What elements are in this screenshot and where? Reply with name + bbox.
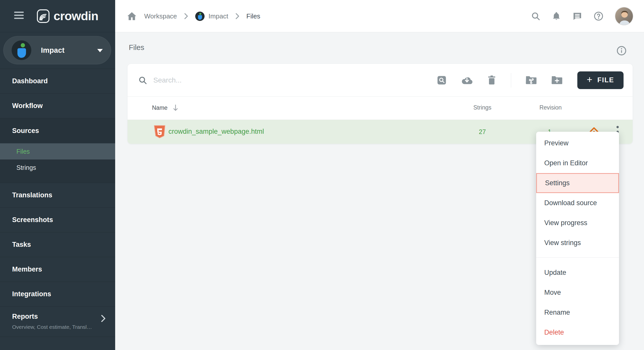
new-folder-icon[interactable] [552, 75, 563, 85]
page-head: Files [115, 32, 644, 64]
toolbar-actions: + FILE [437, 71, 624, 89]
notifications-bell-icon[interactable] [552, 11, 561, 21]
menu-divider [536, 257, 619, 258]
chevron-right-icon [184, 13, 188, 19]
file-strings-count: 27 [470, 128, 495, 136]
chevron-right-icon [235, 13, 239, 19]
chevron-right-icon [101, 314, 106, 324]
reports-label: Reports [12, 313, 103, 320]
page-title: Files [129, 43, 144, 52]
name-column-label: Name [152, 104, 167, 111]
column-header-revision[interactable]: Revision [535, 104, 566, 111]
home-icon[interactable] [127, 12, 137, 21]
search-icon [138, 76, 147, 85]
sidebar-item-reports[interactable]: Reports Overview, Cost estimate, Transl… [0, 306, 115, 337]
sidebar-item-files[interactable]: Files [0, 143, 115, 159]
project-name: Impact [41, 46, 64, 55]
sidebar-item-members[interactable]: Members [0, 257, 115, 282]
sidebar-item-dashboard[interactable]: Dashboard [0, 69, 115, 93]
search-box [138, 76, 437, 85]
chevron-down-icon [97, 49, 103, 52]
search-icon[interactable] [531, 11, 540, 21]
sidebar-nav: Dashboard Workflow Sources Files Strings… [0, 69, 115, 337]
sidebar-item-translations[interactable]: Translations [0, 183, 115, 207]
topbar-icons [531, 0, 633, 32]
breadcrumb-project[interactable]: Impact [209, 12, 228, 20]
files-toolbar: + FILE [128, 64, 633, 97]
menu-item-delete[interactable]: Delete [536, 322, 619, 342]
column-header-name[interactable]: Name [152, 104, 179, 111]
crowdin-logo-icon [37, 9, 49, 23]
breadcrumb-workspace[interactable]: Workspace [144, 12, 177, 20]
toolbar-divider [511, 73, 511, 88]
sort-descending-icon [172, 104, 179, 111]
breadcrumb-files: Files [246, 12, 260, 20]
delete-trash-icon[interactable] [487, 75, 496, 85]
reports-subtitle: Overview, Cost estimate, Transl… [12, 324, 103, 330]
sidebar-header: crowdin [0, 0, 115, 32]
sidebar-item-strings[interactable]: Strings [0, 159, 115, 176]
column-header-strings[interactable]: Strings [470, 104, 495, 111]
info-icon[interactable] [616, 45, 627, 56]
menu-item-open-in-editor[interactable]: Open in Editor [536, 153, 619, 173]
project-avatar [12, 40, 31, 60]
plus-icon: + [587, 74, 592, 85]
menu-item-move[interactable]: Move [536, 283, 619, 303]
menu-item-settings[interactable]: Settings [536, 173, 619, 193]
hamburger-menu-icon[interactable] [14, 12, 24, 20]
topbar: Workspace Impact Files [115, 0, 644, 32]
sidebar-item-screenshots[interactable]: Screenshots [0, 207, 115, 232]
menu-item-download-source[interactable]: Download source [536, 193, 619, 213]
breadcrumb: Workspace Impact Files [127, 0, 260, 32]
menu-item-preview[interactable]: Preview [536, 133, 619, 153]
branch-folder-icon[interactable] [526, 75, 537, 85]
breadcrumb-project-avatar [195, 12, 205, 21]
crowdin-files-page: crowdin Impact Dashboard Workflow Source… [0, 0, 644, 350]
sidebar-item-integrations[interactable]: Integrations [0, 282, 115, 306]
file-context-menu: Preview Open in Editor Settings Download… [536, 132, 619, 345]
sidebar-item-tasks[interactable]: Tasks [0, 232, 115, 257]
sidebar-group-sources: Sources Files Strings [0, 118, 115, 183]
sidebar-item-workflow[interactable]: Workflow [0, 93, 115, 118]
messages-icon[interactable] [572, 11, 582, 21]
sidebar: crowdin Impact Dashboard Workflow Source… [0, 0, 115, 350]
crowdin-wordmark: crowdin [54, 9, 98, 23]
file-name-link[interactable]: crowdin_sample_webpage.html [168, 128, 264, 136]
menu-item-view-strings[interactable]: View strings [536, 233, 619, 253]
menu-item-view-progress[interactable]: View progress [536, 213, 619, 233]
add-file-button-label: FILE [597, 76, 614, 84]
add-file-button[interactable]: + FILE [577, 71, 624, 89]
search-input[interactable] [153, 76, 305, 84]
sidebar-item-sources[interactable]: Sources [0, 118, 115, 143]
user-avatar[interactable] [615, 7, 633, 25]
menu-item-rename[interactable]: Rename [536, 303, 619, 322]
menu-item-update[interactable]: Update [536, 263, 619, 283]
preview-search-icon[interactable] [437, 75, 447, 85]
project-selector[interactable]: Impact [3, 36, 111, 64]
crowdin-logo[interactable]: crowdin [37, 9, 98, 23]
download-cloud-icon[interactable] [461, 75, 473, 85]
table-header: Name Strings Revision [128, 97, 633, 120]
html5-file-icon [154, 125, 165, 139]
help-icon[interactable] [593, 11, 604, 21]
